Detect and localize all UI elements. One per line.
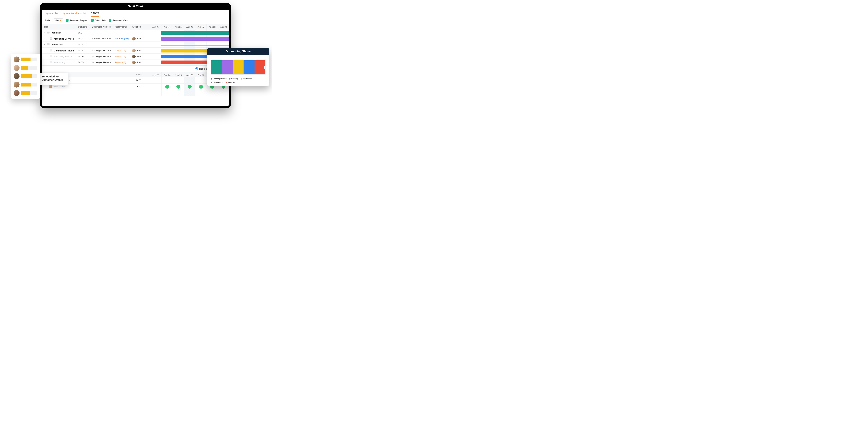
availability-dot-icon	[188, 85, 192, 89]
assigned-name: Ron	[137, 55, 141, 58]
task-name: Site Survey	[54, 61, 65, 64]
people-row	[13, 82, 37, 88]
cell-assigned: John	[132, 37, 150, 40]
tab-bar: Quote List Quote Services List GANTT	[42, 10, 229, 17]
legend-item[interactable]: Pending Review	[211, 78, 226, 80]
assigned-name: Josh	[137, 61, 141, 64]
column-header-row: Title Start date Destination Address Ass…	[42, 24, 150, 30]
cell-start: 08/26	[78, 55, 92, 58]
col-hours[interactable]: Hours	[136, 74, 150, 76]
task-row[interactable]: Commercial - Build 08/24 Las vegas, Neva…	[42, 48, 150, 54]
onboarding-segment-pending-review[interactable]	[211, 60, 222, 74]
day-header[interactable]: Aug 28	[207, 24, 218, 30]
tab-quote-services[interactable]: Quote Services List	[63, 12, 86, 17]
day-header[interactable]: Aug 23	[150, 24, 161, 30]
onboarding-segment-rejected[interactable]	[254, 60, 265, 74]
group-row[interactable]: ▼ Sarah Jane 08/24	[42, 42, 150, 48]
cell-assignment[interactable]: Partial (1/6)	[115, 55, 132, 58]
cell-assigned: Ron	[132, 55, 150, 58]
task-row[interactable]: Marketing Services 08/24 Brooklyn, New Y…	[42, 36, 150, 42]
utilisation-bar	[21, 66, 37, 70]
legend-label: OnBoarding	[213, 82, 223, 83]
avatar	[13, 90, 20, 96]
tab-quote-list[interactable]: Quote List	[46, 12, 58, 17]
day-header[interactable]: Aug 27	[195, 72, 207, 77]
task-name: Hospitality Industry	[54, 55, 72, 58]
gantt-bar[interactable]	[161, 37, 229, 41]
avatar	[132, 49, 136, 52]
day-header[interactable]: Aug 25	[173, 24, 184, 30]
day-header[interactable]: Aug 25	[173, 72, 184, 77]
lower-controls: Hours per day Tasks	[42, 65, 229, 72]
folder-icon	[47, 43, 50, 45]
legend-label: Pending	[231, 78, 238, 80]
cell-assignment[interactable]: Partial (4/6)	[115, 61, 132, 64]
day-header[interactable]: Aug 26	[184, 72, 195, 77]
availability-row	[150, 90, 229, 96]
assigned-name: John	[137, 37, 142, 40]
tab-gantt[interactable]: GANTT	[91, 12, 99, 17]
legend-item[interactable]: OnBoarding	[211, 82, 223, 83]
onboarding-title: Onboarding Status	[207, 48, 269, 55]
checkbox-critical-path[interactable]: ✓ Critical Path	[91, 19, 106, 22]
col-title[interactable]: Title	[42, 26, 78, 28]
day-header[interactable]: Aug 24	[161, 24, 173, 30]
file-icon	[50, 37, 52, 39]
people-row	[13, 65, 37, 71]
scheduled-card-title: Scheduled For Customer Events	[41, 75, 66, 82]
legend-item[interactable]: In Process	[241, 78, 252, 80]
legend-label: In Process	[243, 78, 252, 80]
task-name: Marketing Services	[54, 38, 74, 40]
cell-start: 08/24	[78, 43, 92, 46]
legend-dot-icon	[225, 82, 227, 83]
assigned-name: Sonia	[137, 49, 142, 52]
utilisation-bar	[21, 83, 37, 87]
legend-item[interactable]: Rejected	[225, 82, 235, 83]
gantt-bar[interactable]	[161, 31, 229, 35]
day-header[interactable]: Aug 24	[161, 72, 173, 77]
utilisation-fill	[21, 91, 30, 95]
onboarding-segment-pending[interactable]	[222, 60, 232, 74]
people-row	[13, 57, 37, 62]
collapse-icon[interactable]: ▼	[44, 44, 45, 46]
day-header[interactable]: Aug 29	[218, 24, 229, 30]
legend-dot-icon	[241, 78, 242, 80]
col-start[interactable]: Start date	[78, 26, 92, 28]
onboarding-legend: Pending Review Pending In Process OnBoar…	[211, 78, 266, 83]
checkbox-resources-view[interactable]: ✓ Resources View	[109, 19, 127, 22]
cell-dest: Las vegas, Nevada	[92, 61, 115, 64]
onboarding-segment-onboarding[interactable]	[244, 60, 254, 74]
legend-dot-icon	[229, 78, 230, 80]
day-header[interactable]: Aug 23	[150, 72, 161, 77]
task-row[interactable]: Site Survey 08/25 Las vegas, Nevada Part…	[42, 59, 150, 65]
task-row[interactable]: Hospitality Industry 08/26 Las vegas, Ne…	[42, 54, 150, 59]
cell-assignment[interactable]: Partial (2/6)	[115, 49, 132, 52]
col-assigned[interactable]: Assigned	[132, 26, 150, 28]
checkbox-resources-diagram[interactable]: ✓ Resources Diagram	[66, 19, 88, 22]
collapse-icon[interactable]: ▼	[44, 32, 45, 34]
day-header[interactable]: Aug 27	[195, 24, 207, 30]
resource-row-empty	[42, 90, 150, 96]
onboarding-segment-in-process[interactable]	[233, 60, 244, 74]
legend-item[interactable]: Pending	[229, 78, 238, 80]
cell-start: 08/25	[78, 61, 92, 64]
cell-dest: Las vegas, Nevada	[92, 49, 115, 52]
onboarding-body: Pending Review Pending In Process OnBoar…	[207, 55, 269, 86]
cell-dest: Las vegas, Nevada	[92, 55, 115, 58]
avatar	[13, 57, 20, 62]
cell-start: 08/24	[78, 37, 92, 40]
scale-select[interactable]: day	[54, 19, 63, 22]
timeline-row	[150, 30, 229, 36]
col-dest[interactable]: Destination Address	[92, 26, 115, 28]
day-header[interactable]: Aug 26	[184, 24, 195, 30]
onboarding-bar	[211, 60, 266, 75]
check-icon: ✓	[91, 19, 94, 22]
cell-assignment[interactable]: Full Time (4/6)	[115, 37, 132, 40]
chevron-down-icon	[60, 20, 61, 21]
scale-value: day	[56, 19, 59, 22]
col-assign[interactable]: Assignments	[115, 26, 132, 28]
legend-dot-icon	[211, 82, 212, 83]
utilisation-fill	[21, 58, 31, 61]
group-row[interactable]: ▼ John Doe 08/24	[42, 30, 150, 36]
gantt-group-bar[interactable]	[161, 45, 229, 47]
